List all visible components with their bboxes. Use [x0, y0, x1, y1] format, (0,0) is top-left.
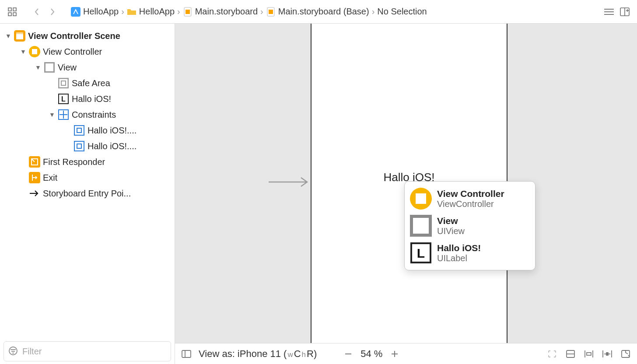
- svg-rect-46: [182, 350, 191, 357]
- svg-rect-20: [32, 49, 37, 54]
- add-editor-icon[interactable]: [619, 6, 631, 18]
- svg-rect-42: [416, 193, 426, 204]
- breadcrumb-item-project[interactable]: HelloApp: [71, 7, 119, 17]
- popup-item-view[interactable]: View UIView: [408, 212, 532, 239]
- svg-rect-43: [411, 216, 430, 235]
- breadcrumb-item-storyboard[interactable]: Main.storyboard: [183, 7, 258, 17]
- outline-constraint-1[interactable]: Hallo iOS!....: [0, 122, 175, 138]
- outline-scene[interactable]: ▼ View Controller Scene: [0, 28, 175, 44]
- svg-rect-21: [45, 63, 54, 72]
- disclosure-triangle-icon[interactable]: ▼: [35, 64, 41, 71]
- outline-label: View Controller Scene: [28, 31, 120, 41]
- outline-tree: ▼ View Controller Scene ▼ View Controlle…: [0, 24, 175, 341]
- arrow-right-icon: [29, 188, 40, 199]
- storyboard-canvas[interactable]: Hallo iOS! View Controller ViewControlle…: [175, 24, 637, 343]
- outline-constraints[interactable]: ▼ Constraints: [0, 107, 175, 122]
- outline-label: Hallo iOS!....: [88, 141, 136, 151]
- view-icon: [410, 215, 432, 237]
- constraints-icon: [58, 109, 69, 120]
- svg-rect-0: [8, 8, 11, 11]
- filter-icon[interactable]: [8, 346, 19, 357]
- align-icon[interactable]: [583, 348, 595, 360]
- zoom-in-icon[interactable]: [388, 348, 401, 360]
- toolbar: HelloApp › HelloApp › Main.storyboard › …: [0, 0, 637, 24]
- svg-rect-2: [8, 13, 11, 16]
- svg-rect-29: [74, 126, 84, 135]
- zoom-out-icon[interactable]: [342, 348, 354, 360]
- svg-text:L: L: [417, 246, 425, 260]
- view-controller-icon: [29, 46, 40, 57]
- popup-subtitle: UIView: [437, 226, 465, 236]
- entry-arrow-icon: [268, 176, 312, 188]
- disclosure-triangle-icon[interactable]: ▼: [5, 32, 11, 39]
- svg-rect-3: [13, 13, 16, 16]
- outline-label: Safe Area: [72, 78, 110, 88]
- outline-view[interactable]: ▼ View: [0, 60, 175, 75]
- canvas-bottom-bar: View as: iPhone 11 ( w C h R) 54 %: [175, 343, 637, 364]
- chevron-right-icon: ›: [121, 7, 124, 17]
- outline-label: First Responder: [43, 157, 105, 167]
- zoom-level[interactable]: 54 %: [360, 348, 382, 360]
- outline-exit[interactable]: Exit: [0, 170, 175, 186]
- view-icon: [44, 62, 55, 73]
- svg-rect-59: [606, 353, 608, 355]
- popup-title: Hallo iOS!: [437, 243, 481, 253]
- update-frames-icon[interactable]: [546, 348, 558, 360]
- svg-rect-31: [74, 141, 84, 151]
- hierarchy-popup: View Controller ViewController View UIVi…: [404, 181, 536, 270]
- chevron-right-icon: ›: [372, 7, 375, 17]
- svg-text:L: L: [61, 95, 66, 103]
- outline-view-controller[interactable]: ▼ View Controller: [0, 44, 175, 60]
- svg-rect-8: [269, 10, 273, 14]
- disclosure-triangle-icon[interactable]: ▼: [20, 48, 26, 55]
- toggle-outline-icon[interactable]: [180, 348, 192, 360]
- outline-first-responder[interactable]: First Responder: [0, 154, 175, 170]
- outline-safe-area[interactable]: Safe Area: [0, 75, 175, 91]
- svg-rect-6: [186, 10, 190, 14]
- filter-bar: [4, 341, 171, 361]
- forward-chevron-icon[interactable]: [46, 6, 59, 18]
- chevron-right-icon: ›: [177, 7, 180, 17]
- outline-label: View Controller: [43, 47, 102, 57]
- popup-title: View: [437, 216, 465, 226]
- popup-subtitle: ViewController: [437, 199, 504, 209]
- embed-in-icon[interactable]: [564, 348, 577, 360]
- back-chevron-icon[interactable]: [31, 6, 43, 18]
- view-as-label[interactable]: View as: iPhone 11 ( w C h R): [199, 348, 317, 360]
- view-controller-icon: [410, 188, 432, 210]
- outline-label-hallo[interactable]: L Hallo iOS!: [0, 91, 175, 107]
- svg-rect-23: [61, 81, 66, 85]
- breadcrumb-item-no-selection[interactable]: No Selection: [377, 7, 427, 17]
- outline-label: Constraints: [72, 110, 116, 120]
- related-items-icon[interactable]: [6, 6, 18, 18]
- popup-title: View Controller: [437, 189, 504, 199]
- chevron-right-icon: ›: [260, 7, 263, 17]
- adjust-editor-options-icon[interactable]: [603, 6, 615, 18]
- popup-item-view-controller[interactable]: View Controller ViewController: [408, 185, 532, 212]
- storyboard-file-icon: [266, 7, 276, 17]
- svg-rect-22: [59, 78, 68, 88]
- filter-input[interactable]: [19, 346, 166, 357]
- breadcrumb-item-folder[interactable]: HelloApp: [127, 7, 175, 17]
- scene-icon: [14, 30, 25, 42]
- add-constraints-icon[interactable]: [601, 348, 613, 360]
- label-icon: L: [58, 93, 69, 105]
- canvas-area: Hallo iOS! View Controller ViewControlle…: [175, 24, 637, 364]
- svg-rect-1: [13, 8, 16, 11]
- breadcrumb-item-storyboard-base[interactable]: Main.storyboard (Base): [266, 7, 369, 17]
- outline-constraint-2[interactable]: Hallo iOS!....: [0, 138, 175, 154]
- exit-icon: [29, 172, 40, 183]
- breadcrumb-label: HelloApp: [83, 7, 119, 17]
- storyboard-file-icon: [183, 7, 192, 17]
- breadcrumb: HelloApp › HelloApp › Main.storyboard › …: [71, 7, 427, 17]
- svg-point-36: [9, 347, 17, 355]
- popup-subtitle: UILabel: [437, 253, 481, 263]
- disclosure-triangle-icon[interactable]: ▼: [49, 111, 55, 118]
- resolve-issues-icon[interactable]: [620, 348, 632, 360]
- svg-rect-4: [71, 7, 80, 17]
- outline-entry-point[interactable]: Storyboard Entry Poi...: [0, 186, 175, 201]
- breadcrumb-label: HelloApp: [139, 7, 175, 17]
- first-responder-icon: [29, 156, 40, 168]
- outline-label: View: [58, 63, 77, 73]
- popup-item-label[interactable]: L Hallo iOS! UILabel: [408, 239, 532, 266]
